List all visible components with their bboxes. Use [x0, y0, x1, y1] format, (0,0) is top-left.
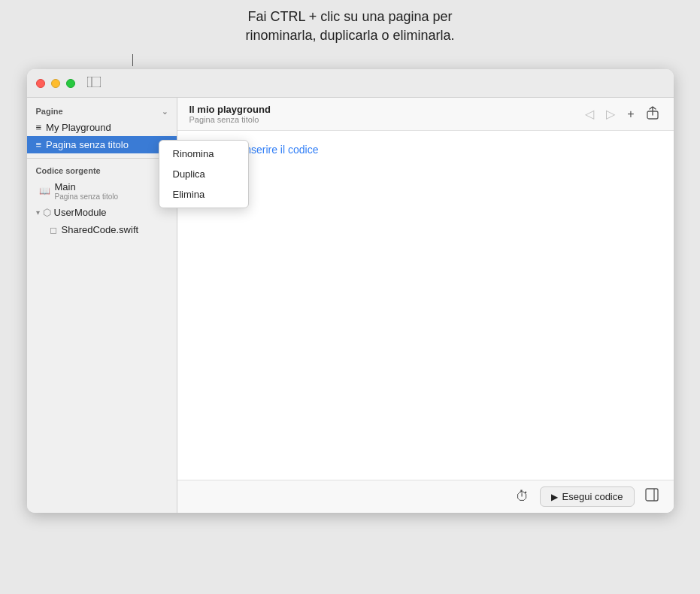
editor-area: Il mio playground Pagina senza titolo ◁ …	[177, 98, 674, 513]
pages-chevron-icon[interactable]: ⌄	[162, 108, 168, 116]
svg-rect-0	[87, 77, 101, 87]
context-menu-rename[interactable]: Rinomina	[159, 144, 248, 164]
connector-line	[132, 54, 133, 66]
back-button[interactable]: ◁	[582, 105, 597, 123]
context-menu: Rinomina Duplica Elimina	[159, 140, 249, 208]
run-icon: ▶	[551, 492, 558, 502]
usermodule-label: UserModule	[54, 207, 107, 218]
content-area: Pagine ⌄ ≡ My Playground ≡ Pagina senza …	[27, 98, 674, 513]
pages-section-header: Pagine ⌄	[27, 104, 177, 119]
book-icon: 📖	[39, 186, 50, 196]
forward-button[interactable]: ▷	[603, 105, 618, 123]
sidebar-item-my-playground[interactable]: ≡ My Playground	[27, 119, 177, 136]
main-item-label: Main	[55, 181, 119, 192]
run-button[interactable]: ▶ Esegui codice	[540, 486, 635, 507]
source-section-header: Codice sorgente	[27, 163, 177, 178]
source-label: Codice sorgente	[36, 166, 101, 175]
file-icon: ◻	[50, 225, 57, 235]
chevron-down-icon: ▾	[36, 208, 40, 217]
list-icon-selected: ≡	[36, 139, 42, 150]
pages-label: Pagine	[36, 107, 63, 116]
list-icon: ≡	[36, 122, 42, 133]
add-button[interactable]: +	[624, 106, 637, 123]
editor-title: Il mio playground	[189, 104, 271, 115]
sidebar-item-label: My Playground	[46, 122, 111, 133]
timer-button[interactable]: ⏱	[513, 486, 532, 508]
maximize-button[interactable]	[66, 79, 75, 88]
sidebar-item-selected-label: Pagina senza titolo	[46, 139, 129, 150]
editor-body[interactable]: Fai clic per inserire il codice	[177, 131, 674, 480]
context-menu-duplicate[interactable]: Duplica	[159, 164, 248, 184]
editor-toolbar: ◁ ▷ +	[582, 105, 661, 124]
sidebar-toggle-button[interactable]	[87, 77, 101, 90]
share-button[interactable]	[644, 105, 662, 124]
context-menu-delete[interactable]: Elimina	[159, 184, 248, 205]
sidebar-divider	[27, 158, 177, 159]
editor-header: Il mio playground Pagina senza titolo ◁ …	[177, 98, 674, 131]
main-item-sublabel: Pagina senza titolo	[55, 192, 119, 201]
sidebar-item-main[interactable]: 📖 Main Pagina senza titolo	[27, 178, 177, 204]
cube-icon: ⬡	[43, 207, 51, 218]
titlebar	[27, 69, 674, 98]
tooltip-text: Fai CTRL + clic su una pagina per rinomi…	[200, 8, 499, 45]
main-item-content: Main Pagina senza titolo	[55, 181, 119, 201]
sidebar: Pagine ⌄ ≡ My Playground ≡ Pagina senza …	[27, 98, 177, 513]
close-button[interactable]	[36, 79, 45, 88]
run-label: Esegui codice	[562, 491, 623, 502]
editor-title-group: Il mio playground Pagina senza titolo	[189, 104, 271, 124]
panel-button[interactable]	[642, 485, 662, 508]
app-window: Pagine ⌄ ≡ My Playground ≡ Pagina senza …	[27, 69, 674, 513]
editor-subtitle: Pagina senza titolo	[189, 115, 271, 124]
sharedcode-label: SharedCode.swift	[62, 224, 139, 235]
minimize-button[interactable]	[51, 79, 60, 88]
sidebar-item-usermodule[interactable]: ▾ ⬡ UserModule	[27, 204, 177, 221]
svg-rect-3	[646, 489, 658, 501]
sidebar-item-sharedcode[interactable]: ◻ SharedCode.swift	[27, 221, 177, 238]
bottom-bar: ⏱ ▶ Esegui codice	[177, 480, 674, 513]
sidebar-item-pagina-senza-titolo[interactable]: ≡ Pagina senza titolo	[27, 136, 177, 153]
